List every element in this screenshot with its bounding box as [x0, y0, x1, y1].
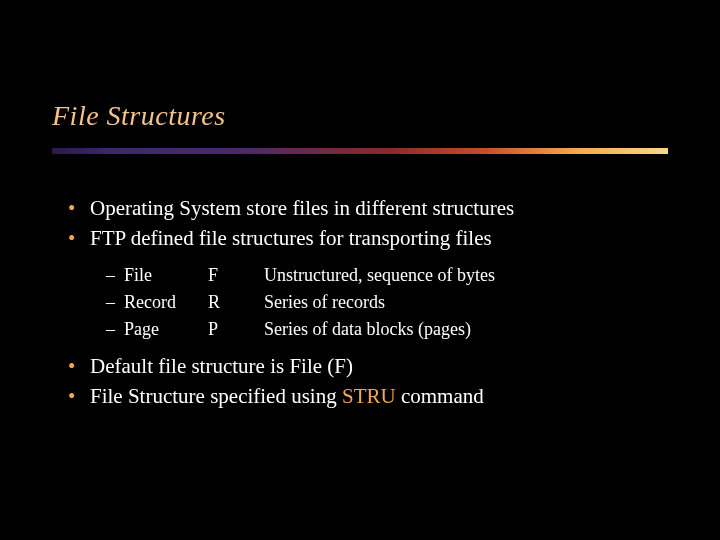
- slide: File Structures • Operating System store…: [0, 0, 720, 540]
- sub-item: – File F Unstructured, sequence of bytes: [106, 262, 668, 289]
- bullet-icon: •: [68, 353, 90, 381]
- title-underline: [52, 148, 668, 154]
- bullet-icon: •: [68, 383, 90, 411]
- dash-icon: –: [106, 289, 124, 316]
- sub-item: – Page P Series of data blocks (pages): [106, 316, 668, 343]
- sub-list: – File F Unstructured, sequence of bytes…: [68, 262, 668, 343]
- dash-icon: –: [106, 262, 124, 289]
- sub-code: P: [208, 316, 264, 343]
- command-name: STRU: [342, 384, 396, 408]
- sub-name: File: [124, 262, 208, 289]
- sub-code: R: [208, 289, 264, 316]
- bullet-2: • FTP defined file structures for transp…: [68, 225, 668, 253]
- bullet-4-pre: File Structure specified using: [90, 384, 342, 408]
- bullet-icon: •: [68, 225, 90, 253]
- sub-name: Record: [124, 289, 208, 316]
- sub-code: F: [208, 262, 264, 289]
- slide-content: • Operating System store files in differ…: [68, 195, 668, 413]
- bullet-icon: •: [68, 195, 90, 223]
- slide-title: File Structures: [52, 100, 226, 132]
- dash-icon: –: [106, 316, 124, 343]
- sub-item: – Record R Series of records: [106, 289, 668, 316]
- bullet-text: Default file structure is File (F): [90, 353, 668, 381]
- bullet-4: • File Structure specified using STRU co…: [68, 383, 668, 411]
- sub-desc: Series of records: [264, 289, 668, 316]
- bullet-4-post: command: [396, 384, 484, 408]
- bullet-1: • Operating System store files in differ…: [68, 195, 668, 223]
- bullet-3: • Default file structure is File (F): [68, 353, 668, 381]
- sub-desc: Unstructured, sequence of bytes: [264, 262, 668, 289]
- bullet-text: FTP defined file structures for transpor…: [90, 225, 668, 253]
- sub-name: Page: [124, 316, 208, 343]
- sub-desc: Series of data blocks (pages): [264, 316, 668, 343]
- bullet-text: File Structure specified using STRU comm…: [90, 383, 668, 411]
- bullet-text: Operating System store files in differen…: [90, 195, 668, 223]
